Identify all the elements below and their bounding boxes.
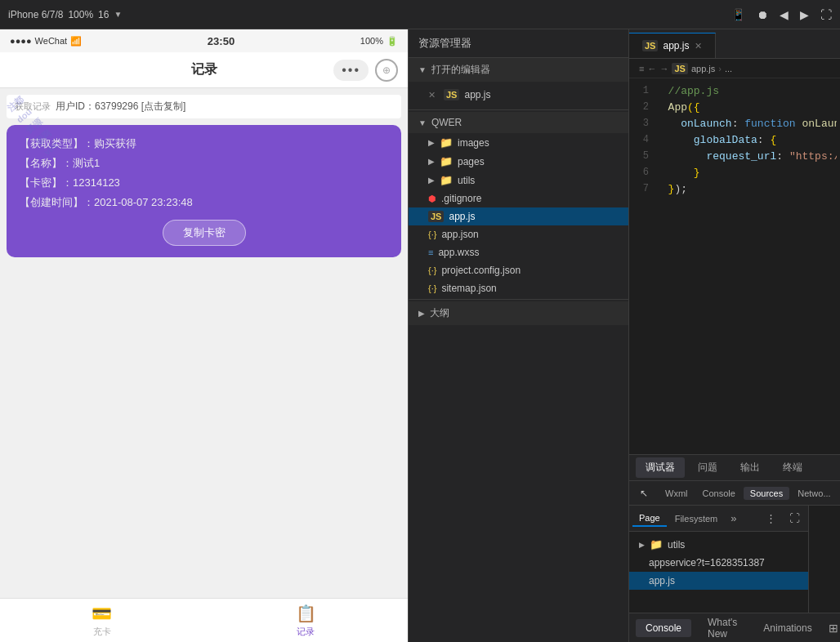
git-icon: ⬢ [428,194,436,204]
folder-utils-label: utils [458,175,475,186]
code-editor: 1 //app.js 2 App({ 3 onLaunch: function … [629,78,840,454]
sources-more-icon[interactable]: » [726,510,741,527]
phone-nav-bar: 记录 ••• ⊕ [0,52,408,88]
file-projectconfig[interactable]: {·} project.config.json [409,261,628,279]
sources-settings-icon[interactable]: ⋮ [761,510,781,527]
breadcrumb-more: ... [725,64,732,74]
open-tab-appjs[interactable]: ✕ JS app.js [418,85,619,105]
zoom-label: 100% [68,9,93,20]
circle-btn[interactable]: ⊕ [375,59,398,82]
console-icon-1[interactable]: ⊞ [829,622,838,635]
appjs-label: app.js [449,211,475,222]
debug-tab-problems[interactable]: 问题 [688,457,727,478]
sources-sources-tab[interactable]: Sources [744,487,789,500]
code-panel: JS app.js ✕ ≡ ← → JS app.js › ... 1 //ap… [629,29,840,642]
code-breadcrumb: ≡ ← → JS app.js › ... [629,59,840,78]
file-appjson[interactable]: {·} app.json [409,225,628,243]
copy-key-btn[interactable]: 复制卡密 [163,220,246,246]
more-dots-btn[interactable]: ••• [333,60,369,81]
wifi-icon: 📶 [70,36,82,47]
project-section[interactable]: ▼ QWER [409,112,628,133]
debug-tab-debugger[interactable]: 调试器 [636,457,685,478]
phone-tab-charge[interactable]: 💳 充卡 [0,604,204,638]
debug-tabs: 调试器 问题 输出 终端 [629,455,840,481]
outline-section[interactable]: ▶ 大纲 [409,301,628,325]
projectconfig-label: project.config.json [441,265,521,276]
folder-utils[interactable]: ▶ 📁 utils [409,171,628,189]
sources-page-tab[interactable]: Page [632,510,667,527]
sources-wxml-tab[interactable]: Wxml [659,487,695,500]
phone-tab-record[interactable]: 📋 记录 [204,604,409,638]
file-appwxss[interactable]: ≡ app.wxss [409,243,628,261]
whatsnew-btn[interactable]: What's New [698,613,747,643]
phone-status-left: ●●●● WeChat 📶 [10,36,82,47]
console-toolbar-icons: ⊞ ⊘ ↓ ⊠ ⊡ ◫ ⊞ ⊟ ⊞ [829,622,840,635]
file-sitemapjson[interactable]: {·} sitemap.json [409,279,628,297]
phone-panel: ●●●● WeChat 📶 23:50 100% 🔋 记录 ••• ⊕ [0,29,409,642]
section-divider [409,109,628,110]
back-icon[interactable]: ◀ [780,8,789,21]
debug-tab-terminal[interactable]: 终端 [773,457,812,478]
sources-filesystem-tab[interactable]: Filesystem [668,511,725,526]
sources-folder-utils[interactable]: ▶ 📁 utils [629,535,808,554]
code-tabs: JS app.js ✕ [629,29,840,59]
appjson-label: app.json [441,229,478,240]
folder-pages-label: pages [458,156,485,167]
tab-js-icon: JS [642,40,658,51]
open-editors-section[interactable]: ▼ 打开的编辑器 [409,58,628,82]
sources-console-tab[interactable]: Console [696,487,742,500]
sources-file-appservice[interactable]: appservice?t=1628351387 [629,554,808,572]
breadcrumb-back[interactable]: ← [647,64,656,74]
breadcrumb-forward[interactable]: → [659,64,668,74]
dropdown-arrow[interactable]: ▼ [114,10,122,19]
outline-label: 大纲 [430,306,449,320]
page-label: 16 [98,9,109,20]
record-label: 记录 [297,626,315,638]
animations-btn[interactable]: Animations [753,619,821,637]
pointer-icon[interactable]: ↖ [636,486,652,501]
console-btn[interactable]: Console [636,619,691,637]
sources-panel: Page Filesystem » ⋮ ⛶ ▶ 📁 utils [629,506,840,613]
code-line-1: 1 //app.js [629,85,840,101]
folder-images-label: images [458,137,489,149]
file-gitignore[interactable]: ⬢ .gitignore [409,189,628,207]
debug-tab-output[interactable]: 输出 [731,457,770,478]
outline-divider [409,299,628,300]
phone-body: 注都dou资源源网virc 获取记录 用户ID：63799296 [点击复制] … [0,88,408,598]
sources-newfile-icon[interactable]: ⛶ [784,510,805,527]
phone-user-id-bar[interactable]: 获取记录 用户ID：63799296 [点击复制] [7,95,401,118]
project-name: QWER [431,117,462,128]
folder-pages-icon: 📁 [440,155,453,167]
phone-nav-right: ••• ⊕ [333,59,398,82]
utils-folder-label: utils [668,539,685,551]
sources-file-appjs[interactable]: app.js [629,572,808,590]
card-name: 【名称】：测试1 [20,156,388,171]
file-appjs[interactable]: JS app.js [409,207,628,225]
forward-icon[interactable]: ▶ [800,8,809,21]
folder-images[interactable]: ▶ 📁 images [409,133,628,152]
tab-appjs-name: app.js [663,40,689,51]
folder-pages[interactable]: ▶ 📁 pages [409,152,628,171]
fullscreen-icon[interactable]: ⛶ [820,8,832,21]
battery-icon: 🔋 [386,36,398,47]
appwxss-label: app.wxss [438,247,479,258]
breadcrumb-sep: › [718,64,722,74]
appservice-label: appservice?t=1628351387 [649,557,765,568]
phone-nav-title: 记录 [191,61,217,78]
tab-close-icon[interactable]: ✕ [695,41,702,51]
phone-tab-bar: 💳 充卡 📋 记录 [0,598,408,642]
device-toggle-icon[interactable]: 📱 [731,8,745,21]
main-content: ●●●● WeChat 📶 23:50 100% 🔋 记录 ••• ⊕ [0,29,840,642]
device-label: iPhone 6/7/8 [8,9,63,20]
sources-network-tab[interactable]: Netwo... [791,487,837,500]
open-tab-appjs-name: app.js [464,89,490,100]
device-info: iPhone 6/7/8 100% 16 ▼ [8,9,122,20]
breadcrumb-appjs: app.js [691,64,715,74]
close-icon[interactable]: ✕ [428,90,436,100]
utils-folder-icon: 📁 [650,538,663,551]
folder-utils-icon: 📁 [440,174,453,186]
record-icon[interactable]: ⏺ [757,8,768,21]
code-line-3: 3 onLaunch: function onLaunc [629,118,840,134]
code-tab-appjs[interactable]: JS app.js ✕ [629,33,716,58]
user-id-value: 用户ID：63799296 [点击复制] [56,100,185,114]
